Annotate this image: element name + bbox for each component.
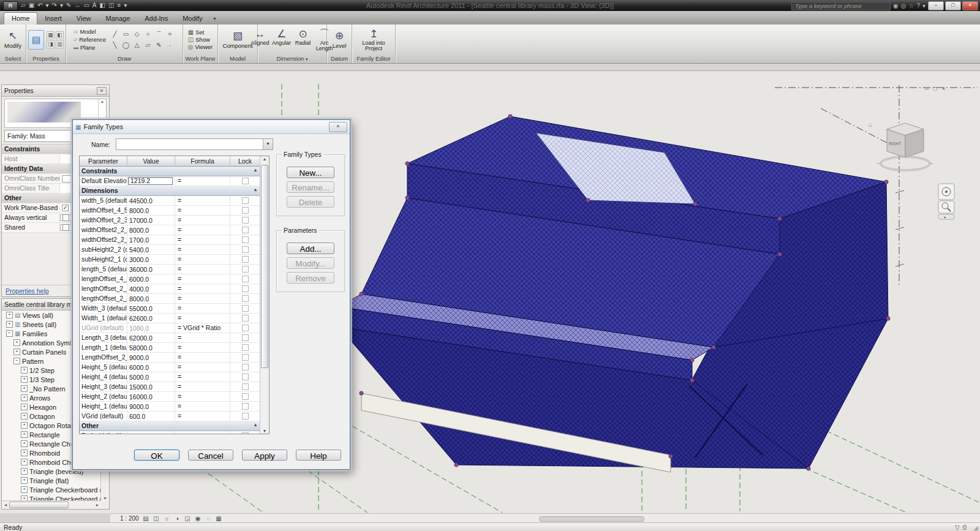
search-input[interactable]: Type a keyword or phrase [791, 2, 891, 10]
dimension-button[interactable]: ⊙ Radial [293, 28, 313, 52]
family-category-icon[interactable]: ◧ [56, 31, 64, 39]
tree-item[interactable]: + Triangle Checkerboard (f [2, 485, 101, 494]
parameter-value-cell[interactable]: 5000.0 [127, 372, 175, 382]
parameter-row[interactable]: Other ▴ [80, 421, 260, 431]
parameter-lock-cell[interactable] [230, 392, 260, 401]
parameter-formula-cell[interactable]: = [175, 304, 230, 313]
shadows-icon[interactable]: ◑ [173, 515, 181, 522]
parameter-row[interactable]: subHeight2_1 (default) 3000.0 = [80, 255, 260, 265]
navigation-bar[interactable]: ▾ [938, 184, 954, 219]
redo-icon[interactable]: ↷ [52, 1, 57, 10]
parameter-row[interactable]: widthOffset2_2_1 (default) 1700.0 = [80, 235, 260, 245]
tag-icon[interactable]: ▭ [83, 1, 89, 10]
search-binoculars-icon[interactable]: ◉ [893, 2, 899, 9]
parameter-formula-cell[interactable]: = [175, 353, 230, 362]
dimension-panel-label[interactable]: Dimension ▾ [258, 55, 326, 63]
parameter-value-cell[interactable]: 8000.0 [127, 206, 175, 215]
parameter-lock-cell[interactable] [230, 314, 260, 323]
parameter-value-cell[interactable]: 9000.0 [127, 402, 175, 411]
parameter-formula-cell[interactable]: = [175, 235, 230, 244]
parameter-lock-cell[interactable] [230, 284, 260, 293]
parameter-formula-cell[interactable]: = [175, 274, 230, 284]
work-plane-button[interactable]: ◫ Show [187, 36, 214, 43]
parameter-lock-cell[interactable] [230, 431, 260, 434]
work-plane-panel-label[interactable]: Work Plane [183, 55, 217, 63]
dialog-footer-button[interactable]: OK [134, 450, 179, 461]
parameter-lock-cell[interactable] [230, 323, 260, 333]
family-types-group-button[interactable]: Delete [287, 196, 334, 208]
parameter-value-cell[interactable]: 1080.0 [127, 323, 175, 333]
parameter-row[interactable]: Default Elevation 1219.2 = [80, 176, 260, 186]
parameter-formula-cell[interactable]: = [175, 431, 230, 434]
parameter-value-cell[interactable]: 17000.0 [127, 216, 175, 225]
dialog-footer-button[interactable]: Apply [242, 450, 287, 461]
parameter-lock-cell[interactable] [230, 196, 260, 205]
datum-panel-label[interactable]: Datum [327, 55, 352, 63]
tree-expander-icon[interactable]: + [13, 339, 20, 346]
ellipse-tool-icon[interactable]: ◯ [121, 40, 131, 50]
ribbon-tab[interactable]: Insert [37, 13, 69, 24]
tree-expander-icon[interactable]: + [21, 413, 28, 420]
parameter-formula-cell[interactable]: = [175, 372, 230, 382]
section-chevron-icon[interactable]: ▴ [254, 187, 257, 192]
point-tool-icon[interactable]: ∙ [165, 40, 175, 50]
parameter-row[interactable]: UGrid (default) 1080.0 = VGrid * Ratio [80, 323, 260, 333]
parameter-lock-cell[interactable] [230, 372, 260, 382]
properties-button[interactable]: ▤ [28, 30, 44, 50]
parameter-formula-cell[interactable]: = [175, 412, 230, 421]
parameter-lock-cell[interactable] [230, 255, 260, 264]
parameter-formula-cell[interactable]: = [175, 255, 230, 264]
parameter-row[interactable]: widthOffset2_2_2 (default) 8000.0 = [80, 225, 260, 235]
parameter-lock-cell[interactable] [230, 265, 260, 274]
instance-properties-icon[interactable]: ▥ [56, 40, 64, 48]
parameter-value-cell[interactable]: 55000.0 [127, 304, 175, 313]
parameter-row[interactable]: Width_1 (default) 62600.0 = [80, 314, 260, 323]
parameter-value-cell[interactable]: 1700.0 [127, 235, 175, 244]
filter-icon[interactable]: ▽ [955, 524, 960, 531]
properties-close-button[interactable]: × [97, 87, 107, 95]
crop-view-icon[interactable]: ◲ [184, 515, 192, 522]
parameter-row[interactable]: lengthOffset_4_5 (default) 6000.0 = [80, 274, 260, 284]
dimension-button[interactable]: ↔ Aligned [250, 28, 270, 52]
modify-button[interactable]: ↖ Modify [2, 29, 23, 50]
close-button[interactable]: × [962, 1, 978, 10]
load-into-project-button[interactable]: ↥ Load into Project [354, 28, 393, 52]
parameter-lock-cell[interactable] [230, 176, 260, 186]
parameter-formula-cell[interactable]: = [175, 206, 230, 215]
parameter-row[interactable]: LengthOffset_2_3 (default) 9000.0 = [80, 353, 260, 363]
default-3d-view-icon[interactable]: ◧ [100, 1, 105, 10]
tree-expander-icon[interactable]: + [21, 422, 28, 429]
parameter-row[interactable]: widthOffset_2_3 (default) 17000.0 = [80, 216, 260, 225]
tree-expander-icon[interactable]: + [21, 394, 28, 401]
rectangle-tool-icon[interactable]: ▭ [121, 29, 131, 39]
parameter-lock-cell[interactable] [230, 294, 260, 303]
parameter-row[interactable]: widthOffset_4_5 (default) 8000.0 = [80, 206, 260, 216]
parameter-row[interactable]: Constraints ▴ [80, 167, 260, 176]
level-button[interactable]: ⊕ Level [331, 29, 349, 50]
scale-button[interactable]: 1 : 200 [120, 515, 139, 522]
dialog-title-bar[interactable]: ▦ Family Types × [73, 120, 350, 134]
parameter-value-cell[interactable]: 8000.0 [127, 225, 175, 235]
tree-expander-icon[interactable]: + [21, 477, 28, 484]
favorites-icon[interactable]: ☆ [908, 2, 914, 9]
type-properties-icon[interactable]: ◨ [47, 40, 55, 48]
parameter-lock-cell[interactable] [230, 402, 260, 411]
tree-expander-icon[interactable]: + [21, 376, 28, 383]
spline-tool-icon[interactable]: ≈ [165, 29, 175, 39]
application-button[interactable]: R [3, 1, 18, 10]
parameter-formula-cell[interactable]: = [175, 245, 230, 254]
view-cube[interactable]: ⌂ RIGHT [869, 121, 933, 170]
tree-expander-icon[interactable]: − [6, 330, 13, 337]
parameter-lock-cell[interactable] [230, 304, 260, 313]
ribbon-tab[interactable]: Modify [175, 13, 209, 24]
help-dropdown-icon[interactable]: ▾ [922, 2, 925, 9]
parameter-lock-cell[interactable] [230, 225, 260, 235]
resize-grip-icon[interactable]: ◢ [973, 524, 978, 531]
parameter-formula-cell[interactable]: = [175, 225, 230, 235]
tree-expander-icon[interactable]: + [6, 312, 13, 318]
aligned-dimension-icon[interactable]: ↔ [74, 1, 80, 10]
sun-path-icon[interactable]: ☼ [163, 515, 171, 522]
parameter-formula-cell[interactable]: = [175, 176, 230, 186]
help-icon[interactable]: ? [916, 2, 920, 9]
section-chevron-icon[interactable]: ▴ [254, 167, 257, 173]
